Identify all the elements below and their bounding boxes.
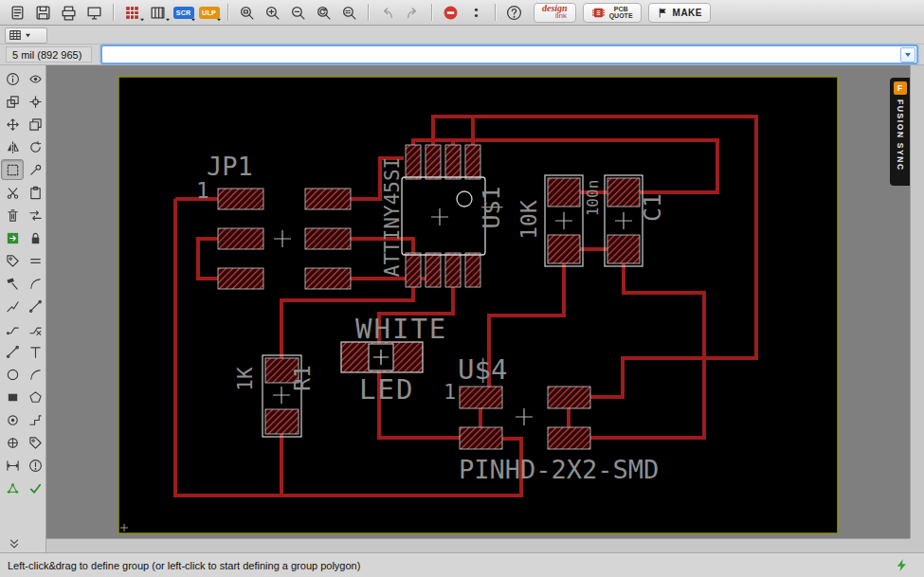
smd-pad[interactable] xyxy=(406,145,421,179)
smd-pad[interactable] xyxy=(218,228,263,249)
tool-hole[interactable] xyxy=(1,432,24,453)
zoom-fit-button[interactable] xyxy=(235,2,259,23)
tool-cut[interactable] xyxy=(1,182,24,203)
zoom-redraw-button[interactable] xyxy=(312,2,335,23)
run-ulp-button[interactable]: ULP xyxy=(197,2,221,23)
smd-pad[interactable] xyxy=(607,235,640,263)
horizontal-scrollbar[interactable] xyxy=(46,538,910,552)
tool-rect[interactable] xyxy=(1,387,24,407)
smd-pad[interactable] xyxy=(548,178,580,207)
grid-settings-button[interactable] xyxy=(5,27,47,44)
tool-show[interactable] xyxy=(24,68,46,89)
smd-pad[interactable] xyxy=(548,427,590,449)
smd-pad[interactable] xyxy=(305,268,351,289)
smd-pad[interactable] xyxy=(445,253,461,287)
open-board-button[interactable] xyxy=(6,2,29,23)
parameter-toolbar: 5 mil (892 965) xyxy=(0,45,924,65)
smd-pad[interactable] xyxy=(305,189,351,209)
smd-pad[interactable] xyxy=(607,178,640,207)
fusion-sync-tab[interactable]: F FUSION SYNC xyxy=(890,78,910,186)
toolbar-separator xyxy=(495,4,496,21)
tool-change[interactable] xyxy=(24,159,46,180)
vertical-scrollbar[interactable] xyxy=(910,65,924,538)
collapse-palette-button[interactable] xyxy=(7,537,22,550)
tool-ripup[interactable] xyxy=(24,318,46,339)
cam-processor-button[interactable] xyxy=(82,2,106,23)
smash-icon xyxy=(6,277,20,291)
smd-pad[interactable] xyxy=(460,387,502,408)
tool-signal[interactable] xyxy=(24,409,46,430)
check-icon xyxy=(28,481,43,496)
tool-miter[interactable] xyxy=(24,273,46,294)
make-button[interactable]: MAKE xyxy=(648,3,711,23)
smd-pad[interactable] xyxy=(548,235,580,263)
library-manager-button[interactable] xyxy=(146,2,170,23)
mirror-icon xyxy=(6,140,20,154)
tool-optimize[interactable] xyxy=(24,296,46,316)
tool-arc[interactable] xyxy=(24,364,46,385)
board-drawing[interactable]: JP1 1 ATTINY45SI U$1 10K xyxy=(46,65,910,538)
command-history-dropdown[interactable] xyxy=(900,47,915,63)
palette-footer xyxy=(0,537,45,550)
zoom-in-button[interactable] xyxy=(261,2,284,23)
tool-mark[interactable] xyxy=(24,91,46,112)
tool-circle[interactable] xyxy=(1,364,24,385)
smd-pad[interactable] xyxy=(548,387,590,408)
smd-pad[interactable] xyxy=(265,409,299,434)
tool-split[interactable] xyxy=(1,296,24,316)
pcb-quote-button[interactable]: PCB QUOTE xyxy=(583,3,642,23)
tool-wire[interactable] xyxy=(1,341,24,362)
tool-drc[interactable] xyxy=(24,478,46,498)
tool-route[interactable] xyxy=(1,318,24,339)
drc-rules-button[interactable] xyxy=(120,2,144,23)
smd-pad[interactable] xyxy=(406,253,421,287)
tool-attribute[interactable] xyxy=(24,432,46,453)
redo-button[interactable] xyxy=(401,2,425,23)
smd-pad[interactable] xyxy=(465,145,480,179)
undo-button[interactable] xyxy=(375,2,399,23)
tool-via[interactable] xyxy=(1,409,24,430)
record-script-button[interactable] xyxy=(464,2,488,23)
zoom-select-button[interactable] xyxy=(337,2,361,23)
tool-ratsnest[interactable] xyxy=(1,478,24,498)
tool-replace[interactable] xyxy=(1,227,24,248)
tool-rotate[interactable] xyxy=(24,136,46,157)
command-input[interactable] xyxy=(100,45,918,64)
tool-dimension[interactable] xyxy=(1,455,24,476)
smd-pad[interactable] xyxy=(445,145,461,179)
zoomredraw-icon xyxy=(316,5,332,21)
tool-name[interactable] xyxy=(1,250,24,271)
tool-paste[interactable] xyxy=(24,182,46,203)
status-bar: Left-click&drag to define group (or left… xyxy=(0,552,924,577)
tool-lock[interactable] xyxy=(24,227,46,248)
run-script-button[interactable]: SCR xyxy=(172,2,195,23)
smd-pad[interactable] xyxy=(305,228,351,249)
tool-display[interactable] xyxy=(1,91,24,112)
smd-pad[interactable] xyxy=(218,189,263,209)
smd-pad[interactable] xyxy=(426,253,441,287)
stop-button[interactable] xyxy=(439,2,462,23)
tool-text[interactable] xyxy=(24,341,46,362)
tool-move[interactable] xyxy=(1,114,24,135)
smd-pad[interactable] xyxy=(465,253,480,287)
tool-copy[interactable] xyxy=(24,114,46,135)
board-canvas-area[interactable]: JP1 1 ATTINY45SI U$1 10K xyxy=(46,65,910,538)
smd-pad[interactable] xyxy=(460,427,502,449)
split-icon xyxy=(6,299,20,314)
tool-smash[interactable] xyxy=(1,273,24,294)
tool-polygon[interactable] xyxy=(24,387,46,407)
save-button[interactable] xyxy=(31,2,55,23)
zoom-out-button[interactable] xyxy=(286,2,310,23)
tool-pinswap[interactable] xyxy=(24,205,46,225)
print-button[interactable] xyxy=(57,2,81,23)
tool-mirror[interactable] xyxy=(1,136,24,157)
help-button[interactable] xyxy=(502,2,526,23)
tool-errors[interactable] xyxy=(24,455,46,476)
tool-info[interactable] xyxy=(1,68,24,89)
tool-group[interactable] xyxy=(1,159,24,180)
smd-pad[interactable] xyxy=(218,268,263,289)
tool-delete[interactable] xyxy=(1,205,24,225)
tool-value[interactable] xyxy=(24,250,46,271)
design-link-button[interactable]: design link xyxy=(534,3,576,23)
smd-pad[interactable] xyxy=(426,145,441,179)
